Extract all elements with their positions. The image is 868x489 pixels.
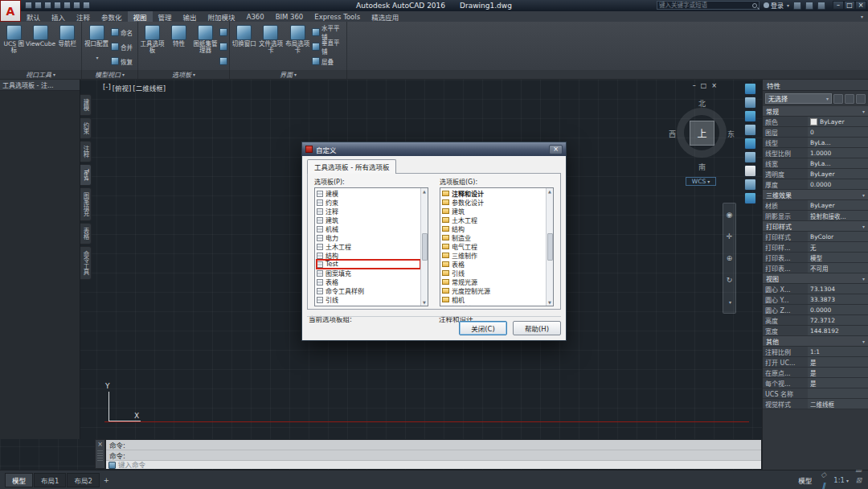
zoom-icon[interactable]: ⊕	[727, 254, 733, 262]
search-input[interactable]	[659, 2, 752, 9]
panel-label-interface[interactable]: 界面	[230, 70, 347, 79]
ribbon-tab[interactable]: 输出	[178, 11, 203, 22]
ribbon-tab[interactable]: 附加模块	[203, 11, 241, 22]
panel-label-viewport-tools[interactable]: 视口工具	[0, 70, 82, 79]
property-value[interactable]: 33.3873	[808, 294, 868, 304]
doc-restore-button[interactable]: □	[701, 82, 707, 89]
palette-group-item[interactable]: 引线	[442, 269, 546, 277]
anchored-palette-icon[interactable]	[744, 83, 756, 95]
section-header[interactable]: 常规	[763, 106, 868, 117]
palette-list-item[interactable]: 电力	[317, 233, 420, 242]
groups-scrollbar[interactable]	[546, 188, 553, 306]
tool-palette-tab[interactable]: 注释	[80, 141, 92, 162]
viewcube[interactable]: 北 西 东 南 上	[672, 98, 733, 172]
palette-list-item[interactable]: 引线	[317, 295, 420, 304]
anchored-palette-icon[interactable]	[744, 192, 756, 204]
sheet-set-manager-button[interactable]: 图纸集管理器	[193, 23, 218, 70]
palette-list-item[interactable]: Test	[317, 260, 420, 269]
palette-group-item[interactable]: 参数化设计	[442, 198, 546, 207]
palette-list-item[interactable]: 约束	[317, 198, 420, 207]
palette-list-item[interactable]: 绘图	[317, 304, 420, 306]
search-icon[interactable]	[752, 3, 757, 8]
tool-palette-tab[interactable]: 约束	[80, 117, 92, 139]
named-viewports-button[interactable]: 命名	[111, 27, 133, 39]
dialog-help-button[interactable]: 帮助(H)	[513, 321, 561, 335]
tool-palette-tab[interactable]: 图案填充	[80, 187, 92, 221]
property-value[interactable]: 无	[808, 242, 868, 252]
layout-tab[interactable]: 模型	[5, 473, 33, 487]
property-value[interactable]: 73.1304	[808, 284, 868, 294]
maximize-button[interactable]: □	[844, 1, 855, 10]
property-value[interactable]: ByLayer	[808, 200, 868, 210]
property-value[interactable]: ByLa...	[808, 158, 868, 168]
ribbon-tab[interactable]: 参数化	[96, 11, 128, 22]
osnap-tracking-icon[interactable]: ∥	[817, 480, 829, 489]
dialog-titlebar[interactable]: 自定义 ×	[302, 142, 566, 156]
scroll-down-icon[interactable]	[423, 300, 426, 305]
layout-tab[interactable]: 布局2	[67, 473, 99, 487]
visual-style-menu-control[interactable]: [二维线框]	[133, 83, 166, 92]
dialog-close-button[interactable]: ×	[549, 145, 563, 154]
command-drag-handle-icon[interactable]	[97, 450, 103, 462]
property-value[interactable]: 1.0000	[808, 148, 868, 158]
property-value[interactable]: 是	[808, 368, 868, 377]
ribbon-tab[interactable]: 管理	[153, 11, 178, 22]
tool-palette-tab[interactable]: 表格	[80, 223, 92, 244]
tool-palette-tab[interactable]: 建模	[80, 94, 92, 116]
anchored-palette-icon[interactable]	[744, 165, 756, 177]
pan-icon[interactable]: ✛	[727, 232, 733, 240]
quick-select-icon[interactable]	[856, 94, 866, 104]
minimize-button[interactable]: –	[833, 1, 844, 10]
palette-list-item[interactable]: 结构	[317, 251, 420, 260]
ribbon-display-toggle-icon[interactable]	[859, 11, 863, 22]
palette-group-item[interactable]: 注释和设计	[442, 189, 546, 198]
ribbon-tab[interactable]: 默认	[21, 11, 46, 22]
ribbon-tab[interactable]: 精选应用	[366, 11, 404, 22]
palette-group-item[interactable]: 制造业	[442, 233, 546, 242]
property-value[interactable]: ByColor	[808, 232, 868, 241]
new-layout-button[interactable]: +	[100, 475, 113, 486]
property-value[interactable]: 模型	[808, 253, 868, 262]
property-value[interactable]: ByLa...	[808, 138, 868, 147]
tool-palettes-titlebar[interactable]: 工具选项板 - 注...	[0, 80, 80, 91]
dialog-close-action-button[interactable]: 关闭(C)	[459, 321, 507, 335]
property-value[interactable]: 是	[808, 378, 868, 388]
layout-tab[interactable]: 布局1	[34, 473, 66, 487]
palette-group-item[interactable]: 视觉样式	[442, 304, 546, 306]
scroll-up-icon[interactable]	[423, 189, 426, 194]
palette-list-item[interactable]: 图案填充	[317, 269, 420, 277]
help-icon[interactable]	[817, 2, 825, 10]
isodraft-icon[interactable]: ◇	[817, 469, 829, 480]
layout-tabs-button[interactable]: 布局选项卡	[285, 23, 310, 70]
tool-palettes-button[interactable]: 工具选项板	[140, 23, 165, 70]
help-search-box[interactable]	[657, 1, 760, 10]
palette-list-item[interactable]: 机械	[317, 224, 420, 233]
file-tabs-button[interactable]: 文件选项卡	[258, 23, 283, 70]
viewport-config-button[interactable]: 视口配置	[84, 23, 109, 70]
anchored-palette-icon[interactable]	[744, 138, 756, 150]
property-value[interactable]: ByLayer	[808, 169, 868, 179]
property-value[interactable]: 是	[808, 357, 868, 367]
section-header[interactable]: 打印样式	[763, 221, 868, 232]
pickadd-toggle-icon[interactable]	[833, 94, 843, 104]
annotation-scale-control[interactable]: 1:1	[830, 476, 852, 484]
command-input[interactable]	[118, 461, 759, 469]
palette-extra-button[interactable]	[219, 55, 227, 68]
command-close-icon[interactable]	[97, 441, 103, 448]
panel-label-model-viewports[interactable]: 模型视口	[82, 70, 138, 79]
property-value[interactable]: 144.8192	[808, 326, 868, 335]
lock-ui-icon[interactable]: ⊠	[853, 475, 865, 486]
model-space-button[interactable]: 模型	[793, 475, 817, 485]
selection-dropdown[interactable]: 无选择	[765, 93, 832, 104]
anchored-palette-icon[interactable]	[744, 124, 756, 136]
properties-palette-button[interactable]: 特性	[166, 23, 191, 70]
drawn-red-line[interactable]	[104, 421, 749, 422]
viewcube-north[interactable]: 北	[698, 98, 706, 109]
property-value[interactable]: 72.3712	[808, 315, 868, 325]
anchored-palette-icon[interactable]	[744, 151, 756, 163]
panel-label-palettes[interactable]: 选项板	[138, 70, 230, 79]
palette-group-item[interactable]: 常规光源	[442, 277, 546, 286]
anchored-palette-icon[interactable]	[744, 97, 756, 109]
property-value[interactable]: 不可用	[808, 263, 868, 273]
palette-group-item[interactable]: 建筑	[442, 207, 546, 216]
